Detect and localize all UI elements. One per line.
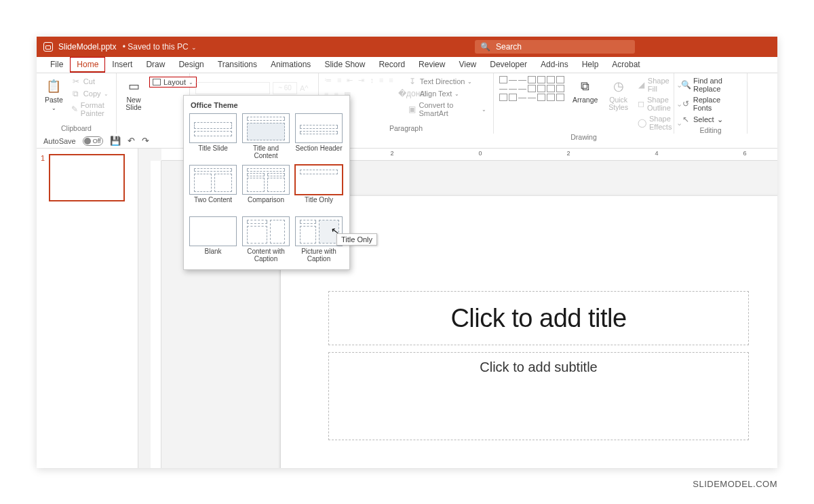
- group-clipboard: 📋 Paste⌄ ✂Cut ⧉Copy ⌄ ✎Format Painter Cl…: [37, 73, 117, 134]
- find-replace-button[interactable]: 🔍Find and Replace: [680, 76, 741, 94]
- layout-icon: [153, 79, 161, 85]
- group-editing: 🔍Find and Replace ↺Replace Fonts ↖Select…: [674, 73, 748, 134]
- save-icon[interactable]: 💾: [110, 136, 121, 146]
- new-slide-icon: ▭: [125, 77, 142, 95]
- autosave-label: AutoSave: [43, 137, 76, 145]
- tab-help[interactable]: Help: [575, 57, 606, 73]
- workspace: 1 6420246 Click to add title Click to ad…: [37, 149, 777, 468]
- cursor-icon: ↖: [330, 225, 341, 237]
- tab-developer[interactable]: Developer: [483, 57, 534, 73]
- ribbon-tabs: FileHomeInsertDrawDesignTransitionsAnima…: [37, 57, 777, 73]
- tab-add-ins[interactable]: Add-ins: [534, 57, 575, 73]
- title-placeholder[interactable]: Click to add title: [328, 291, 749, 345]
- new-slide-button[interactable]: ▭ New Slide: [122, 76, 145, 113]
- select-icon: ↖: [681, 115, 691, 124]
- title-bar: SlideModel.pptx • Saved to this PC⌄ 🔍 Se…: [37, 37, 777, 57]
- copy-icon: ⧉: [71, 89, 81, 98]
- cut-button[interactable]: ✂Cut: [70, 76, 111, 87]
- tab-transitions[interactable]: Transitions: [211, 57, 264, 73]
- convert-smartart-button[interactable]: ▣Convert to SmartArt ⌄: [406, 100, 488, 118]
- outline-icon: ◻: [638, 99, 644, 109]
- format-painter-button[interactable]: ✎Format Painter: [70, 100, 111, 118]
- search-input[interactable]: 🔍 Search: [475, 40, 635, 54]
- tab-draw[interactable]: Draw: [139, 57, 172, 73]
- text-direction-button[interactable]: ↧Text Direction ⌄: [406, 76, 488, 87]
- layout-option-title-and-content[interactable]: Title and Content: [241, 112, 291, 161]
- text-direction-icon: ↧: [408, 77, 417, 86]
- layout-option-content-with-caption[interactable]: Content with Caption: [241, 215, 291, 264]
- search-icon: 🔍: [480, 42, 490, 52]
- slide-thumbnails-panel: 1: [37, 149, 138, 468]
- smartart-icon: ▣: [408, 104, 416, 114]
- tab-home[interactable]: Home: [70, 57, 105, 73]
- powerpoint-icon: [43, 42, 53, 52]
- replace-icon: ↺: [681, 99, 691, 109]
- layout-option-blank[interactable]: Blank: [188, 215, 238, 264]
- paste-button[interactable]: 📋 Paste⌄: [42, 76, 66, 113]
- shapes-gallery[interactable]: [499, 76, 564, 101]
- tab-file[interactable]: File: [43, 57, 70, 73]
- align-text-button[interactable]: �донızAlign Text ⌄: [406, 88, 488, 99]
- gallery-header: Office Theme: [188, 100, 345, 112]
- layout-option-title-slide[interactable]: Title Slide: [188, 112, 238, 161]
- tab-view[interactable]: View: [452, 57, 483, 73]
- layout-tooltip: Title Only: [336, 233, 377, 246]
- slide-number: 1: [41, 154, 46, 201]
- document-filename[interactable]: SlideModel.pptx: [58, 42, 116, 52]
- tab-slide-show[interactable]: Slide Show: [317, 57, 372, 73]
- find-icon: 🔍: [681, 80, 691, 90]
- group-slides: ▭ New Slide Layout⌄: [117, 73, 190, 134]
- tab-animations[interactable]: Animations: [264, 57, 317, 73]
- arrange-button[interactable]: ⧉Arrange: [570, 76, 600, 105]
- layout-option-section-header[interactable]: Section Header: [294, 112, 344, 161]
- fill-icon: ◢: [638, 80, 645, 90]
- app-window: SlideModel.pptx • Saved to this PC⌄ 🔍 Se…: [37, 37, 777, 468]
- tab-review[interactable]: Review: [412, 57, 452, 73]
- watermark-label: SLIDEMODEL.COM: [693, 479, 777, 489]
- quick-styles-icon: ◷: [610, 77, 627, 95]
- redo-icon[interactable]: ↷: [142, 136, 149, 146]
- layout-option-two-content[interactable]: Two Content: [188, 163, 238, 212]
- save-status[interactable]: • Saved to this PC⌄: [120, 42, 196, 52]
- autosave-toggle[interactable]: Off: [83, 136, 103, 146]
- tab-design[interactable]: Design: [172, 57, 210, 73]
- quick-styles-button[interactable]: ◷Quick Styles: [606, 76, 631, 113]
- paintbrush-icon: ✎: [71, 104, 78, 114]
- vertical-ruler: [151, 161, 161, 468]
- slide-thumbnail[interactable]: [49, 154, 125, 201]
- subtitle-placeholder[interactable]: Click to add subtitle: [328, 352, 749, 440]
- undo-icon[interactable]: ↶: [128, 136, 135, 146]
- group-drawing: ⧉Arrange ◷Quick Styles ◢Shape Fill ⌄ ◻Sh…: [494, 73, 674, 134]
- copy-button[interactable]: ⧉Copy ⌄: [70, 88, 111, 99]
- layout-gallery: Office Theme Title SlideTitle and Conten…: [183, 95, 350, 270]
- clipboard-icon: 📋: [45, 77, 62, 95]
- layout-option-comparison[interactable]: Comparison: [241, 163, 291, 212]
- tab-insert[interactable]: Insert: [105, 57, 139, 73]
- arrange-icon: ⧉: [577, 77, 594, 95]
- scissors-icon: ✂: [71, 77, 81, 86]
- ribbon: 📋 Paste⌄ ✂Cut ⧉Copy ⌄ ✎Format Painter Cl…: [37, 73, 777, 134]
- tab-record[interactable]: Record: [372, 57, 412, 73]
- tab-acrobat[interactable]: Acrobat: [605, 57, 646, 73]
- layout-option-title-only[interactable]: Title Only: [294, 163, 344, 212]
- select-button[interactable]: ↖Select ⌄: [680, 114, 741, 125]
- replace-fonts-button[interactable]: ↺Replace Fonts: [680, 95, 741, 113]
- effects-icon: ◯: [638, 118, 646, 128]
- align-text-icon: �донız: [408, 89, 417, 98]
